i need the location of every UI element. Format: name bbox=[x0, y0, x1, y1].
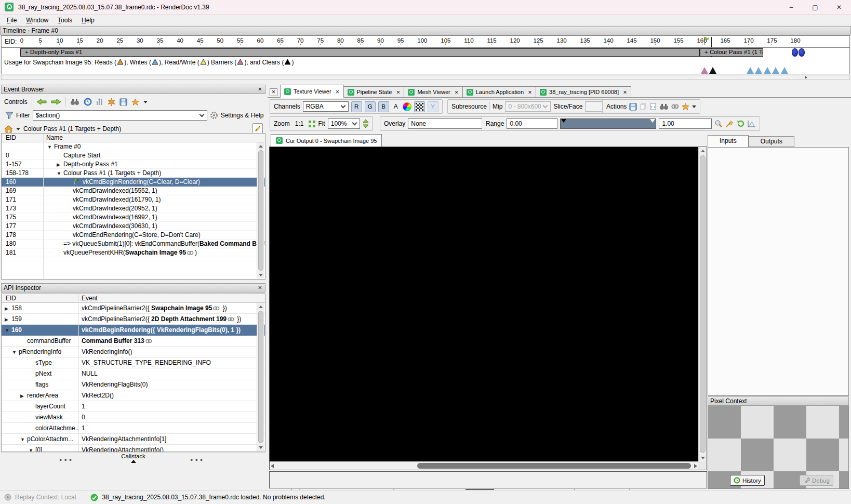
scroll-right-icon[interactable] bbox=[805, 76, 807, 79]
colour-pass-bar[interactable]: + Colour Pass #1 (1 Targets + De... bbox=[700, 48, 763, 57]
depth-pass-bar[interactable]: + Depth-only Pass #1 bbox=[20, 48, 700, 57]
export-events-icon[interactable] bbox=[119, 98, 127, 106]
scroll-up-icon[interactable] bbox=[257, 303, 264, 310]
event-row[interactable]: 169 vkCmdDrawIndexed(15552, 1) bbox=[2, 187, 265, 195]
dock-tab[interactable]: Pipeline State ✕ bbox=[344, 86, 405, 98]
api-row[interactable]: viewMask 0 bbox=[2, 412, 265, 423]
event-row[interactable]: 177 vkCmdDrawIndexed(30630, 1) bbox=[2, 222, 265, 231]
maximize-button[interactable]: ▢ bbox=[803, 0, 827, 15]
api-table-scrollbar[interactable] bbox=[257, 303, 264, 451]
tab-close-icon[interactable]: ✕ bbox=[623, 89, 627, 95]
chevron-down-icon[interactable] bbox=[340, 103, 345, 109]
menu-item[interactable]: File bbox=[2, 16, 21, 25]
usage-marker-icon[interactable] bbox=[709, 67, 716, 74]
callstack-bar[interactable]: ●●● Callstack ●●● bbox=[1, 452, 265, 467]
api-row[interactable]: colorAttachme... 1 bbox=[2, 423, 265, 434]
texture-horizontal-scrollbar[interactable] bbox=[270, 461, 698, 470]
tree-chevron-icon[interactable]: ▶ bbox=[5, 303, 11, 314]
texture-vertical-scrollbar[interactable] bbox=[698, 147, 707, 461]
zoom-1to1-button[interactable]: 1:1 bbox=[292, 120, 307, 128]
scroll-down-icon[interactable] bbox=[257, 444, 264, 451]
api-row[interactable]: ▼pColorAttachm... VkRenderingAttachmentI… bbox=[2, 434, 265, 445]
present-marker-icon[interactable] bbox=[799, 48, 805, 57]
close-icon[interactable]: ✕ bbox=[257, 285, 263, 291]
api-row[interactable]: ▼pRenderingInfo VkRenderingInfo() bbox=[2, 347, 265, 357]
zoom-range-icon[interactable] bbox=[714, 120, 723, 128]
white-point-marker[interactable] bbox=[650, 119, 655, 123]
scroll-right-icon[interactable] bbox=[694, 464, 697, 468]
usage-marker-icon[interactable] bbox=[764, 67, 771, 74]
replay-context-label[interactable]: Replay Context: Local bbox=[15, 494, 76, 501]
tree-chevron-icon[interactable]: ▶ bbox=[20, 391, 27, 401]
tree-chevron-icon[interactable]: ▶ bbox=[57, 161, 63, 169]
callstack-label[interactable]: Callstack bbox=[1, 454, 265, 459]
api-row[interactable]: layerCount 1 bbox=[2, 401, 265, 412]
resource-name[interactable]: 2D Depth Attachment 199 bbox=[151, 315, 227, 323]
event-timing-icon[interactable] bbox=[84, 98, 92, 106]
io-tab[interactable]: Outputs bbox=[749, 136, 794, 147]
menu-item[interactable]: Tools bbox=[53, 16, 77, 25]
flip-vertical-icon[interactable] bbox=[363, 119, 369, 128]
tree-chevron-icon[interactable]: ▶ bbox=[5, 314, 11, 325]
scroll-down-icon[interactable] bbox=[257, 271, 264, 278]
api-row[interactable]: pNext NULL bbox=[2, 368, 265, 379]
scroll-down-icon[interactable] bbox=[699, 454, 707, 461]
resource-link-icon[interactable] bbox=[671, 104, 679, 109]
reset-range-icon[interactable] bbox=[736, 120, 745, 127]
green-channel-button[interactable]: G bbox=[365, 101, 376, 112]
scroll-left-icon[interactable] bbox=[271, 464, 274, 468]
current-output-tab[interactable]: Cur Output 0 - Swapchain Image 95 bbox=[271, 134, 382, 147]
timeline-ruler[interactable]: 0510152025303540455055606570758085909510… bbox=[19, 37, 801, 47]
tab-close-icon[interactable]: ✕ bbox=[396, 89, 400, 95]
save-texture-icon[interactable] bbox=[629, 103, 637, 111]
usage-marker-icon[interactable] bbox=[772, 67, 779, 74]
custom-display-icon[interactable] bbox=[682, 103, 689, 111]
timeline-header[interactable]: Timeline - Frame #0 bbox=[0, 26, 851, 35]
usage-marker-icon[interactable] bbox=[747, 67, 754, 74]
dock-tab[interactable]: 38_ray_tracing [PID 69008] ✕ bbox=[536, 86, 631, 98]
api-row[interactable]: ▶159 vkCmdPipelineBarrier2({ 2D Depth At… bbox=[2, 314, 265, 325]
tree-chevron-icon[interactable]: ▼ bbox=[5, 325, 11, 336]
api-row[interactable]: flags VkRenderingFlagBits(0) bbox=[2, 379, 265, 390]
blue-channel-button[interactable]: B bbox=[378, 101, 389, 112]
queue-submit-marker-icon[interactable] bbox=[792, 48, 798, 57]
expand-up-icon[interactable] bbox=[131, 460, 136, 463]
zoom-level-select[interactable]: 100% bbox=[328, 118, 360, 129]
mip-select[interactable]: 0 - 800x600 bbox=[505, 101, 551, 112]
range-max-input[interactable]: 1.00 bbox=[659, 118, 712, 129]
options-star-icon[interactable] bbox=[131, 98, 139, 106]
dock-handle-icon[interactable]: ●●● bbox=[190, 457, 205, 462]
resource-link-icon[interactable] bbox=[213, 306, 220, 311]
dock-tab[interactable]: Mesh Viewer ✕ bbox=[404, 86, 462, 98]
resource-name[interactable]: Swapchain Image 95 bbox=[151, 304, 212, 312]
timeline[interactable]: EID: 05101520253035404550556065707580859… bbox=[1, 35, 850, 74]
resource-name[interactable]: Command Buffer 313 bbox=[82, 337, 144, 344]
api-row[interactable]: commandBuffer Command Buffer 313 bbox=[2, 336, 265, 347]
copy-icon[interactable] bbox=[640, 103, 647, 110]
black-point-marker[interactable] bbox=[561, 119, 566, 123]
usage-marker-icon[interactable] bbox=[781, 67, 788, 74]
color-wheel-icon[interactable] bbox=[403, 102, 411, 111]
scrollbar-thumb[interactable] bbox=[258, 311, 263, 443]
fit-icon[interactable] bbox=[309, 121, 315, 127]
channels-select[interactable]: RGBA bbox=[303, 101, 349, 112]
thumbnail-list[interactable] bbox=[708, 147, 849, 396]
settings-help-link[interactable]: Settings & Help bbox=[221, 112, 264, 119]
red-channel-button[interactable]: R bbox=[351, 101, 362, 112]
back-arrow-icon[interactable] bbox=[36, 98, 47, 105]
dropdown-arrow-icon[interactable] bbox=[143, 101, 148, 103]
tree-chevron-icon[interactable]: ▼ bbox=[47, 143, 54, 151]
resource-link-icon[interactable] bbox=[228, 317, 234, 322]
dock-close-icon[interactable]: ✕ bbox=[270, 88, 277, 96]
menu-item[interactable]: Help bbox=[77, 16, 99, 25]
resource-link-icon[interactable] bbox=[145, 339, 152, 343]
menu-item[interactable]: Window bbox=[21, 16, 53, 25]
close-icon[interactable]: ✕ bbox=[257, 86, 263, 93]
api-row[interactable]: ▶renderArea VkRect2D() bbox=[2, 390, 265, 401]
event-row[interactable]: 180 => vkQueueSubmit(1)[0]: vkEndCommand… bbox=[2, 240, 265, 248]
find-event-icon[interactable] bbox=[70, 98, 79, 105]
timeline-scrollbar[interactable] bbox=[1, 75, 850, 80]
bookmark-icon[interactable] bbox=[108, 98, 115, 106]
pixel-context-view[interactable]: History Debug bbox=[708, 406, 849, 489]
tree-chevron-icon[interactable]: ▼ bbox=[57, 169, 63, 178]
